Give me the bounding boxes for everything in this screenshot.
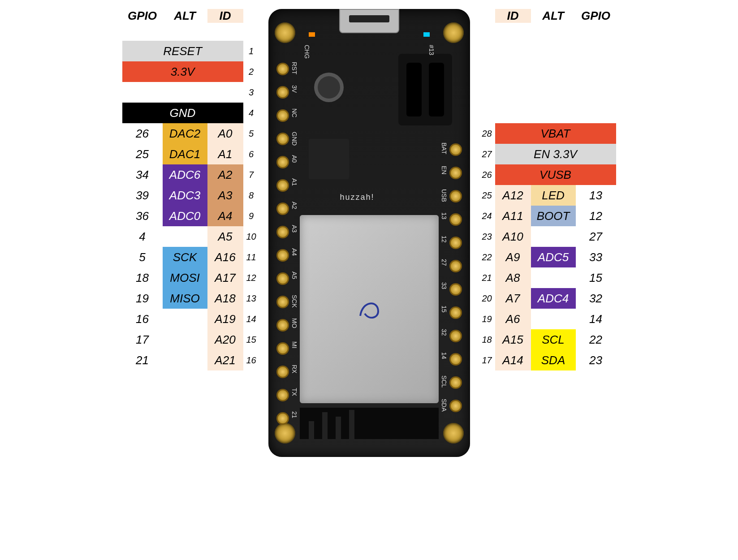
id-value: A3: [207, 185, 243, 206]
alt-value: SCL: [531, 329, 576, 350]
alt-value: [163, 309, 207, 329]
left-headers: GPIO ALT ID: [122, 9, 259, 23]
pin-number: 22: [479, 247, 495, 267]
id-value: A12: [495, 185, 531, 206]
pin-number: 3: [243, 82, 259, 103]
alt-value: ADC3: [163, 185, 207, 206]
alt-value: SDA: [531, 350, 576, 370]
id-value: A16: [207, 247, 243, 267]
silk-label: MI: [291, 341, 298, 349]
pin-number: 6: [243, 144, 259, 164]
alt-value: ADC6: [163, 164, 207, 185]
silk-label: TX: [291, 388, 298, 396]
alt-value: ADC5: [531, 247, 576, 267]
pin-number: 27: [479, 144, 495, 164]
pin-number: 17: [479, 350, 495, 370]
pinhole-icon: [276, 86, 289, 99]
pinhole-icon: [276, 296, 289, 308]
pin-number: 26: [479, 164, 495, 185]
alt-value: BOOT: [531, 206, 576, 226]
jst-connector-icon: [398, 54, 452, 125]
pin-row: 22A9ADC533: [479, 247, 616, 267]
pin-row: 16A1914: [122, 309, 259, 329]
id-value: A18: [207, 288, 243, 309]
silk-label: USB: [440, 189, 448, 202]
silk-label: A5: [291, 271, 298, 279]
pin-row: 39ADC3A38: [122, 185, 259, 206]
pinhole-icon: [449, 167, 462, 179]
gpio-value: 4: [122, 226, 163, 247]
id-value: A19: [207, 309, 243, 329]
id-value: A7: [495, 288, 531, 309]
mount-hole: [443, 22, 464, 43]
silk-label: A2: [291, 202, 298, 209]
pinhole-icon: [449, 306, 462, 319]
gpio-value: 16: [122, 309, 163, 329]
gpio-value: 25: [122, 144, 163, 164]
pinhole-icon: [449, 400, 462, 412]
pin-row: 19A614: [479, 309, 616, 329]
gpio-value: 12: [576, 206, 616, 226]
pinhole-icon: [449, 260, 462, 272]
esp32-shield-icon: [300, 215, 439, 403]
gpio-value: 34: [122, 164, 163, 185]
alt-value: ADC0: [163, 206, 207, 226]
gpio-value: 22: [576, 329, 616, 350]
pin-number: 5: [243, 123, 259, 144]
pin-row: 21A815: [479, 267, 616, 288]
pin-number: 9: [243, 206, 259, 226]
pinhole-icon: [276, 366, 289, 378]
pinhole-icon: [276, 202, 289, 215]
pin-number: 7: [243, 164, 259, 185]
header-alt: ALT: [163, 9, 207, 23]
pin-row: 26VUSB: [479, 164, 616, 185]
silk-label: 12: [440, 236, 448, 243]
id-value: A4: [207, 206, 243, 226]
pin-label: 3.3V: [122, 61, 243, 82]
header-alt: ALT: [531, 9, 576, 23]
pin-number: 21: [479, 267, 495, 288]
pinhole-icon: [449, 143, 462, 156]
pin-row: 28VBAT: [479, 123, 616, 144]
mount-hole: [443, 423, 464, 444]
status-led-icon: [423, 32, 430, 37]
silk-label: EN: [440, 166, 448, 174]
pinout-diagram: GPIO ALT ID RESET13.3V23GND426DAC2A0525D…: [9, 9, 729, 457]
pin-label: EN 3.3V: [495, 144, 616, 164]
silk-chg: CHG: [303, 45, 311, 59]
alt-value: MISO: [163, 288, 207, 309]
pinhole-icon: [276, 319, 289, 332]
alt-value: LED: [531, 185, 576, 206]
pinhole-icon: [276, 109, 289, 122]
right-headers: ID ALT GPIO: [479, 9, 616, 23]
pin-row: 36ADC0A49: [122, 206, 259, 226]
board-image: huzzah! RST3VNCGNDA0A1A2A3A4A5SCKMOMIRXT…: [268, 9, 470, 457]
pin-row: 4A510: [122, 226, 259, 247]
id-value: A9: [495, 247, 531, 267]
silk-label: MO: [291, 318, 298, 328]
gpio-value: 21: [122, 350, 163, 370]
pin-row: RESET1: [122, 41, 259, 61]
header-gpio: GPIO: [122, 9, 163, 23]
right-rows: 28VBAT27EN 3.3V26VUSB25A12LED1324A11BOOT…: [479, 123, 616, 370]
alt-value: MOSI: [163, 267, 207, 288]
mount-hole: [275, 22, 295, 43]
silk-label: SCK: [291, 295, 298, 308]
pinhole-icon: [449, 237, 462, 249]
pin-number: 15: [243, 329, 259, 350]
gpio-value: 23: [576, 350, 616, 370]
pin-row: 18A15SCL22: [479, 329, 616, 350]
silk-label: A3: [291, 225, 298, 233]
silk-label: SDA: [440, 399, 448, 412]
pin-number: 18: [479, 329, 495, 350]
pin-number: 28: [479, 123, 495, 144]
silk-label: 13: [440, 212, 448, 220]
pin-label: VBAT: [495, 123, 616, 144]
pinhole-icon: [276, 226, 289, 238]
pin-label: RESET: [122, 41, 243, 61]
alt-value: [531, 226, 576, 247]
gpio-value: 33: [576, 247, 616, 267]
pin-row: 18MOSIA1712: [122, 267, 259, 288]
pin-number: 12: [243, 267, 259, 288]
pin-number: 19: [479, 309, 495, 329]
